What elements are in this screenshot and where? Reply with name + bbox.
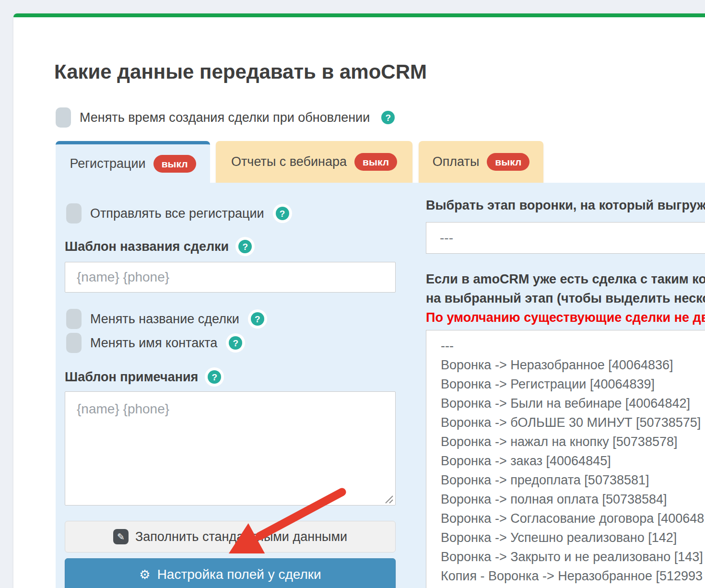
help-icon[interactable]: ? [248, 309, 267, 329]
change-created-time-checkbox[interactable] [56, 107, 71, 128]
deal-name-template-label: Шаблон названия сделки [65, 239, 229, 254]
help-icon[interactable]: ? [205, 367, 224, 387]
send-all-row: Отправлять все регистрации ? [66, 203, 292, 223]
default-warning-text: По умолчанию существующие сделки не дви [426, 310, 705, 325]
tab-webinar-reports[interactable]: Отчеты с вебинара выкл [216, 141, 412, 183]
stage-option[interactable]: Воронка -> Закрыто и не реализовано [143… [441, 547, 705, 566]
gear-icon: ⚙ [139, 567, 150, 582]
stage-option[interactable]: Воронка -> Были на вебинаре [40064842] [441, 394, 705, 413]
stage-option[interactable]: Копия - Воронка -> Неразобранное [512993 [441, 586, 705, 588]
note-template-textarea[interactable] [65, 391, 396, 506]
send-all-checkbox[interactable] [66, 203, 82, 223]
stage-select[interactable]: --- [426, 222, 705, 254]
deal-name-template-input[interactable] [65, 262, 396, 293]
stage-select-heading: Выбрать этап воронки, на который выгружа [426, 198, 705, 213]
tab-registrations[interactable]: Регистрации выкл [56, 141, 210, 183]
stage-option[interactable]: Воронка -> нажал на кнопку [50738578] [441, 432, 705, 451]
stage-options-list[interactable]: ---Воронка -> Неразобранное [40064836]Во… [426, 330, 705, 588]
status-badge-off: выкл [354, 153, 397, 171]
help-icon[interactable]: ? [235, 237, 255, 256]
stage-option[interactable]: Воронка -> полная оплата [50738584] [441, 490, 705, 509]
stage-option[interactable]: Воронка -> Неразобранное [40064836] [441, 355, 705, 375]
stage-option[interactable]: Воронка -> бОЛЬШЕ 30 МИНУТ [50738575] [441, 413, 705, 432]
help-icon[interactable]: ? [226, 333, 245, 353]
stage-option[interactable]: Воронка -> заказ [40064845] [441, 451, 705, 470]
change-contact-name-checkbox[interactable] [66, 333, 82, 353]
note-template-label: Шаблон примечания [65, 370, 198, 385]
help-icon[interactable]: ? [378, 108, 398, 127]
deal-name-template-label-row: Шаблон названия сделки ? [65, 237, 255, 256]
deal-fields-setup-label: Настройка полей у сделки [157, 567, 321, 582]
help-icon[interactable]: ? [273, 204, 292, 223]
note-template-label-row: Шаблон примечания ? [65, 367, 224, 387]
change-deal-name-row: Менять название сделки ? [66, 309, 267, 329]
status-badge-off: выкл [487, 153, 529, 171]
settings-card: Какие данные передавать в amoCRM Менять … [13, 13, 705, 588]
fill-standard-data-label: Заполнить стандартными данными [135, 529, 347, 544]
tab-label: Оплаты [433, 154, 480, 169]
tab-payments[interactable]: Оплаты выкл [419, 141, 543, 183]
stage-option[interactable]: Воронка -> Регистрации [40064839] [441, 375, 705, 394]
tab-label: Отчеты с вебинара [231, 154, 347, 169]
status-badge-off: выкл [153, 155, 196, 173]
change-contact-name-label: Менять имя контакта [90, 336, 217, 351]
send-all-label: Отправлять все регистрации [90, 206, 264, 221]
change-contact-name-row: Менять имя контакта ? [66, 333, 245, 353]
existing-deal-text-line2: на выбранный этап (чтобы выделить нескол [426, 291, 705, 306]
stage-option[interactable]: Копия - Воронка -> Неразобранное [512993 [441, 566, 705, 586]
change-deal-name-label: Менять название сделки [90, 312, 239, 327]
stage-option[interactable]: Воронка -> предоплата [50738581] [441, 470, 705, 490]
stage-option[interactable]: Воронка -> Согласование договора [400648 [441, 509, 705, 528]
pencil-icon: ✎ [113, 529, 129, 544]
stage-select-value: --- [440, 230, 453, 246]
deal-fields-setup-button[interactable]: ⚙ Настройка полей у сделки [65, 558, 396, 588]
change-deal-name-checkbox[interactable] [66, 309, 82, 329]
tab-label: Регистрации [70, 156, 145, 171]
existing-deal-text-line1: Если в amoCRM уже есть сделка с таким ко… [426, 272, 705, 287]
fill-standard-data-button[interactable]: ✎ Заполнить стандартными данными [65, 521, 396, 553]
stage-option[interactable]: --- [441, 336, 705, 355]
change-created-time-label: Менять время создания сделки при обновле… [80, 110, 370, 125]
stage-option[interactable]: Воронка -> Успешно реализовано [142] [441, 528, 705, 547]
change-created-time-row: Менять время создания сделки при обновле… [56, 107, 398, 128]
page-title: Какие данные передавать в amoCRM [54, 60, 427, 83]
